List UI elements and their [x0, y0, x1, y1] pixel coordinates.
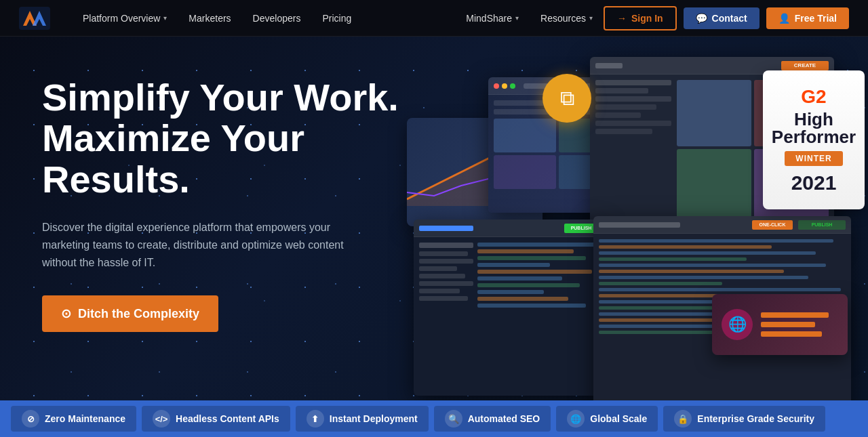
deployment-icon: ⬆	[307, 410, 324, 428]
nav-item-developers[interactable]: Developers	[242, 0, 312, 37]
search-icon: 🔍	[445, 410, 462, 428]
cta-label: Ditch the Complexity	[78, 307, 199, 321]
feature-zero-maintenance: ⊘ Zero Maintenance	[11, 406, 136, 432]
chevron-down-icon: ▾	[589, 14, 593, 22]
chevron-down-icon: ▾	[163, 14, 167, 22]
g2-season-bar: WINTER	[785, 151, 842, 166]
hero-visuals: ⧉	[393, 37, 868, 400]
navbar: Platform Overview ▾ Marketers Developers…	[0, 0, 868, 37]
g2-high-text: High	[794, 110, 833, 128]
feature-enterprise-security: 🔒 Enterprise Grade Security	[663, 406, 825, 432]
user-icon: 👤	[778, 13, 790, 24]
lock-icon: 🔒	[674, 410, 692, 428]
globe-scale-icon: 🌐	[567, 410, 585, 428]
g2-year-text: 2021	[791, 171, 837, 194]
signin-icon: →	[617, 13, 627, 24]
chevron-down-icon: ▾	[515, 14, 519, 22]
nav-item-marketers[interactable]: Marketers	[178, 0, 241, 37]
g2-logo: G2	[801, 86, 826, 108]
g2-performer-text: Performer	[772, 128, 856, 146]
feature-headless-apis: </> Headless Content APIs	[142, 406, 290, 432]
cta-button[interactable]: ⊙ Ditch the Complexity	[42, 295, 218, 332]
login-icon: ⊙	[61, 306, 71, 321]
bottom-bar: ⊘ Zero Maintenance </> Headless Content …	[0, 400, 868, 437]
content-lines	[761, 312, 829, 337]
nav-item-pricing[interactable]: Pricing	[311, 0, 362, 37]
screenshot-file-tree: PUBLISH	[414, 220, 604, 396]
feature-instant-deployment: ⬆ Instant Deployment	[296, 406, 429, 432]
chat-icon: 💬	[696, 13, 707, 24]
hero-subtitle: Discover the digital experience platform…	[42, 219, 368, 271]
nav-item-resources[interactable]: Resources ▾	[530, 0, 604, 37]
signin-button[interactable]: → Sign In	[604, 6, 677, 30]
code-icon: </>	[153, 410, 170, 428]
globe-icon: 🌐	[722, 309, 753, 340]
freetrial-button[interactable]: 👤 Free Trial	[766, 7, 849, 29]
copy-icon-circle: ⧉	[542, 74, 591, 123]
hero-section: Simplify Your Work. Maximize Your Result…	[0, 37, 868, 400]
feature-global-scale: 🌐 Global Scale	[556, 406, 658, 432]
copy-icon: ⧉	[560, 87, 574, 110]
maintenance-icon: ⊘	[22, 410, 39, 428]
contact-button[interactable]: 💬 Contact	[684, 7, 760, 29]
logo[interactable]	[19, 7, 50, 30]
feature-automated-seo: 🔍 Automated SEO	[434, 406, 551, 432]
nav-links: Platform Overview ▾ Marketers Developers…	[72, 0, 604, 37]
nav-item-platform-overview[interactable]: Platform Overview ▾	[72, 0, 178, 37]
hero-title: Simplify Your Work. Maximize Your Result…	[42, 77, 408, 200]
content-widget: 🌐	[712, 294, 848, 355]
nav-actions: → Sign In 💬 Contact 👤 Free Trial	[604, 6, 849, 30]
svg-rect-0	[19, 7, 50, 30]
g2-badge: G2 High Performer WINTER 2021	[763, 70, 868, 213]
hero-content: Simplify Your Work. Maximize Your Result…	[42, 77, 408, 332]
nav-item-mindshare[interactable]: MindShare ▾	[455, 0, 530, 37]
